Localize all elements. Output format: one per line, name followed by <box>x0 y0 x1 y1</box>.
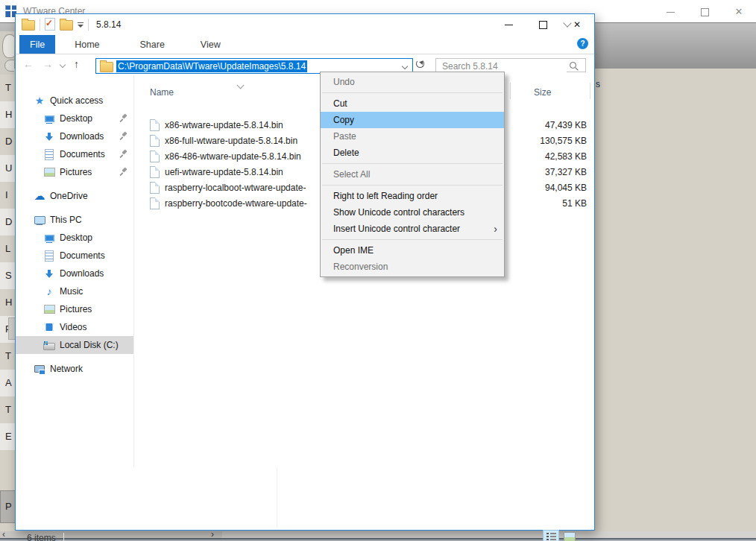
file-icon <box>150 119 160 131</box>
details-view-icon <box>546 533 556 541</box>
help-button[interactable]: ? <box>577 38 588 49</box>
sidebar-item[interactable]: Desktop <box>16 229 133 247</box>
wtware-close-button[interactable]: ✕ <box>722 6 756 17</box>
address-row: ← → ↑ C:\ProgramData\WTware\UpdateImages… <box>16 54 594 75</box>
sidebar-item[interactable]: Downloads <box>16 265 133 282</box>
sidebar-item[interactable]: Desktop <box>16 110 133 127</box>
wtware-row-fragment: H <box>0 101 16 128</box>
sidebar-item[interactable]: Music <box>16 282 133 300</box>
quick-access-toolbar: ✓ 5.8.14 <box>22 18 121 31</box>
pin-icon <box>119 168 127 176</box>
details-view-button[interactable] <box>543 530 559 541</box>
desktop-icon <box>43 232 55 244</box>
context-menu-item[interactable]: › <box>322 185 503 186</box>
context-menu-item[interactable]: Paste › <box>321 128 504 145</box>
pin-icon <box>119 114 127 122</box>
wtware-maximize-button[interactable] <box>687 6 722 17</box>
wtware-row-fragment: D <box>0 128 16 155</box>
wtware-row-fragment: U <box>0 155 16 182</box>
sort-chevron-icon <box>237 82 245 89</box>
column-separator[interactable] <box>510 83 511 99</box>
context-menu-item[interactable]: Undo › <box>321 74 504 90</box>
context-menu-item[interactable]: Copy › <box>321 112 504 128</box>
sidebar-item[interactable]: Network <box>16 360 133 378</box>
back-button[interactable]: ← <box>23 58 34 70</box>
qat-separator <box>88 19 89 31</box>
context-menu-item[interactable]: Reconversion › <box>321 259 504 275</box>
sidebar-item[interactable]: Pictures <box>16 300 133 318</box>
new-folder-button[interactable] <box>60 20 73 31</box>
large-icons-view-button[interactable] <box>561 530 578 541</box>
refresh-button[interactable] <box>416 60 424 68</box>
wtware-center-window-controls: ✕ <box>653 0 756 22</box>
up-button[interactable]: ↑ <box>74 58 79 70</box>
videos-icon <box>43 321 55 333</box>
sidebar-item[interactable]: Documents <box>16 247 133 265</box>
sidebar-item[interactable]: Local Disk (C:) <box>16 336 133 354</box>
submenu-arrow-icon: › <box>494 221 497 237</box>
explorer-window: ✓ 5.8.14 ✕ File Home Share View <box>15 13 595 531</box>
network-icon <box>34 363 45 375</box>
context-menu: Undo › › Cut › Copy › Paste › <box>320 72 505 277</box>
ribbon-tab[interactable]: File <box>19 35 55 54</box>
wtware-row-fragment: I <box>0 182 16 209</box>
context-menu-item[interactable]: Show Unicode control characters › <box>321 204 504 221</box>
quick-access-icon <box>34 95 45 107</box>
explorer-minimize-button[interactable] <box>491 14 526 35</box>
ribbon-tab[interactable]: Home <box>63 35 110 54</box>
pictures-icon <box>43 166 55 178</box>
maximize-icon <box>701 8 709 16</box>
wtware-horizontal-scrollbar[interactable]: ‹ › <box>0 531 756 538</box>
search-input[interactable] <box>441 60 567 72</box>
items-count: 6 items <box>27 533 56 541</box>
sidebar-item[interactable]: Quick access <box>16 92 133 110</box>
view-toggle-buttons <box>543 530 578 541</box>
maximize-icon <box>539 21 547 29</box>
pin-icon <box>119 132 127 140</box>
file-icon <box>150 151 160 162</box>
sidebar-item[interactable]: OneDrive <box>16 187 133 205</box>
ribbon-tab-bar: File Home Share View <box>16 35 594 54</box>
sidebar-item[interactable]: Pictures <box>16 163 133 181</box>
address-dropdown-icon[interactable] <box>402 63 408 69</box>
recent-locations-dropdown-icon[interactable] <box>60 62 66 68</box>
sidebar-item[interactable]: Downloads <box>16 127 133 145</box>
context-menu-item[interactable]: Open IME › <box>321 242 504 259</box>
properties-button[interactable]: ✓ <box>45 18 55 31</box>
context-menu-item[interactable]: Delete › <box>321 145 504 161</box>
explorer-system-icon[interactable] <box>22 20 35 31</box>
ribbon-tab[interactable]: Share <box>129 35 176 54</box>
context-menu-item[interactable]: › <box>322 92 503 93</box>
pictures-icon <box>43 303 55 315</box>
context-menu-item[interactable]: Select All › <box>321 166 504 183</box>
explorer-titlebar: ✓ 5.8.14 ✕ <box>16 14 594 35</box>
sidebar-item[interactable]: Videos <box>16 318 133 336</box>
column-separator[interactable] <box>590 83 590 99</box>
check-icon: ✓ <box>45 18 53 28</box>
wtware-row-fragment: H <box>0 289 16 316</box>
context-menu-item[interactable]: › <box>322 239 503 240</box>
sidebar-item[interactable]: This PC <box>16 211 133 229</box>
explorer-maximize-button[interactable] <box>526 14 560 35</box>
onedrive-icon <box>34 190 45 202</box>
forward-button[interactable]: → <box>42 58 53 70</box>
wtware-clipped-text: s <box>596 79 600 89</box>
context-menu-item[interactable]: Cut › <box>321 95 504 112</box>
wtware-minimize-button[interactable] <box>653 6 687 17</box>
context-menu-item[interactable]: › <box>322 163 503 164</box>
name-column-header[interactable]: Name <box>150 87 174 98</box>
address-folder-icon <box>100 62 113 72</box>
status-divider <box>63 533 64 541</box>
context-menu-item[interactable]: Insert Unicode control character › <box>321 221 504 237</box>
search-box <box>435 58 586 72</box>
size-column-header[interactable]: Size <box>534 87 551 98</box>
context-menu-item[interactable]: Right to left Reading order › <box>321 188 504 204</box>
explorer-main: Quick access Desktop Downloads <box>16 75 594 467</box>
wtware-row-fragment: S <box>0 262 16 289</box>
minimize-icon <box>505 25 513 25</box>
customize-qat-dropdown-icon[interactable] <box>78 25 84 28</box>
address-path-selected-text[interactable]: C:\ProgramData\WTware\UpdateImages\5.8.1… <box>116 60 307 72</box>
file-icon <box>150 166 160 178</box>
ribbon-tab[interactable]: View <box>189 35 232 54</box>
sidebar-item[interactable]: Documents <box>16 145 133 163</box>
